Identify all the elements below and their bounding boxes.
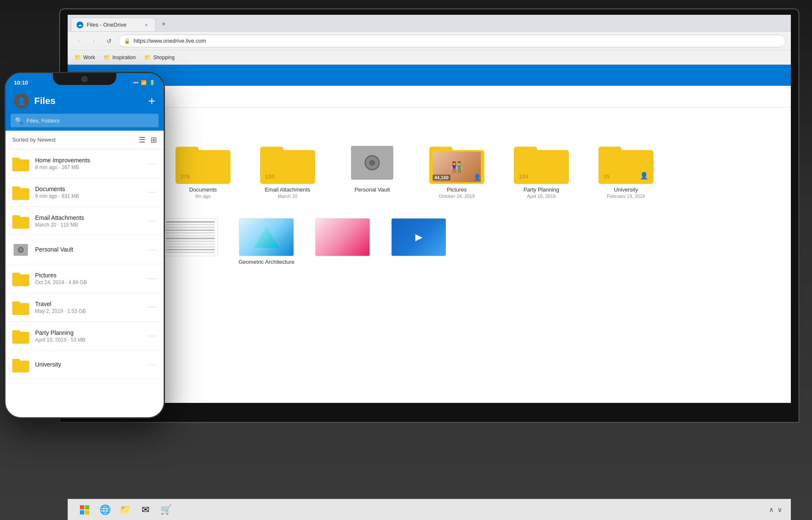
phone-file-more-button[interactable]: ··· <box>148 188 157 197</box>
taskbar-edge-icon[interactable]: 🌐 <box>96 501 113 518</box>
folder-item-documents[interactable]: 376 Documents 9m ago <box>165 138 241 202</box>
phone-search-bar[interactable]: 🔍 Files, Folders <box>11 114 159 127</box>
file-item-blue[interactable]: ▶ <box>385 215 453 268</box>
phone-file-meta: Oct 24, 2019 · 4.89 GB <box>35 279 142 285</box>
phone-search-icon: 🔍 <box>15 117 23 125</box>
svg-rect-0 <box>80 505 84 509</box>
folder-count: 120 <box>265 173 274 180</box>
shared-icon: 👤 <box>474 174 481 181</box>
phone-folder-body <box>12 332 29 344</box>
folder-count: 124 <box>519 173 528 180</box>
phone-body: 10:10 ••• 📶 🔋 👤 Files + 🔍 Files, Folders <box>4 72 165 419</box>
taskbar-mail-icon[interactable]: ✉ <box>137 501 154 518</box>
file-thumbnail-document <box>163 218 218 256</box>
doc-line <box>166 244 215 245</box>
scroll-up-icon[interactable]: ∧ <box>769 506 774 514</box>
phone-file-item-travel[interactable]: Travel May 2, 2019 · 1.53 GB ··· <box>5 293 164 322</box>
phone-file-item-party-planning[interactable]: Party Planning April 15, 2019 · 53 MB ··… <box>5 322 164 350</box>
phone-file-name: Pictures <box>35 272 142 279</box>
bookmark-shopping[interactable]: 📁 Shopping <box>144 54 175 60</box>
folder-count: 44,160 <box>433 175 450 181</box>
phone-file-item-documents[interactable]: Documents 9 min ago · 831 MB ··· <box>5 178 164 207</box>
phone-file-info: University <box>35 361 142 369</box>
folder-name: Pictures <box>447 186 467 193</box>
browser-tab-active[interactable]: Files - OneDrive × <box>71 18 156 31</box>
phone-file-item-email-attachments[interactable]: Email Attachments March 20 · 115 MB ··· <box>5 207 164 235</box>
phone-folder-icon <box>12 357 29 372</box>
address-bar[interactable]: 🔒 https://www.onedrive.live.com <box>118 35 786 47</box>
phone-file-more-button[interactable]: ··· <box>148 331 157 340</box>
phone-file-more-button[interactable]: ··· <box>148 360 157 369</box>
phone-file-item-home-improvements[interactable]: Home Improvements 8 min ago · 267 MB ··· <box>5 149 164 178</box>
folder-item-pictures[interactable]: 👫 44,160 👤 Pictures October 24, 2019 <box>419 138 495 202</box>
folder-item-university[interactable]: 15 👤 University February 19, 2019 <box>588 138 664 202</box>
phone-file-info: Personal Vault <box>35 246 142 254</box>
taskbar-start-icon[interactable] <box>76 501 93 518</box>
phone-file-more-button[interactable]: ··· <box>148 303 157 312</box>
refresh-button[interactable]: ↺ <box>103 35 115 47</box>
doc-line <box>166 249 215 251</box>
taskbar-right-area: ∧ ∨ <box>769 506 782 514</box>
folder-item-personal-vault[interactable]: Personal Vault <box>334 138 410 202</box>
taskbar-store-icon[interactable]: 🛒 <box>157 501 174 518</box>
phone-file-name: Home Improvements <box>35 157 142 164</box>
phone-add-button[interactable]: + <box>148 94 155 108</box>
phone-file-more-button[interactable]: ··· <box>148 159 157 168</box>
file-thumbnail-blue: ▶ <box>391 218 446 256</box>
phone-search-placeholder: Files, Folders <box>27 118 60 124</box>
svg-rect-2 <box>80 510 84 515</box>
doc-line <box>166 221 215 223</box>
doc-thumbnail-content <box>163 219 217 256</box>
phone-app-header: 👤 Files + <box>5 88 164 114</box>
file-item-document[interactable] <box>156 215 224 268</box>
folder-item-email-attachments[interactable]: 120 Email Attachments March 20 <box>250 138 326 202</box>
phone-sort-bar: Sorted by Newest ☰ ⊞ <box>5 131 164 149</box>
folder-body: 120 <box>260 150 315 184</box>
phone-file-meta: 8 min ago · 267 MB <box>35 164 142 170</box>
tab-close-button[interactable]: × <box>143 21 150 29</box>
phone-file-more-button[interactable]: ··· <box>148 245 157 254</box>
vault-dial <box>365 155 380 170</box>
folder-body: 124 <box>514 150 569 184</box>
phone-file-item-pictures[interactable]: Pictures Oct 24, 2019 · 4.89 GB ··· <box>5 264 164 293</box>
doc-line <box>166 227 215 228</box>
bookmark-inspiration[interactable]: 📁 Inspiration <box>104 54 136 60</box>
vault-icon <box>345 142 400 184</box>
phone-file-item-personal-vault[interactable]: Personal Vault ··· <box>5 235 164 264</box>
phone-file-more-button[interactable]: ··· <box>148 274 157 283</box>
bookmark-shopping-icon: 📁 <box>144 54 151 60</box>
folder-count: 15 <box>604 173 609 180</box>
phone-search-area: 🔍 Files, Folders <box>5 114 164 131</box>
forward-button[interactable]: › <box>88 35 100 47</box>
phone-grid-view-icon[interactable]: ⊞ <box>151 135 157 145</box>
phone-list-view-icon[interactable]: ☰ <box>139 135 145 145</box>
folder-grid: 53 Home Improvements 8m ago 376 Document… <box>80 138 778 202</box>
files-grid: Adventure WorksCycling <box>80 215 778 268</box>
lock-icon: 🔒 <box>124 38 130 44</box>
doc-line <box>166 232 215 234</box>
phone-file-more-button[interactable]: ··· <box>148 216 157 225</box>
phone-user-avatar[interactable]: 👤 <box>14 93 29 109</box>
file-item-pink[interactable] <box>309 215 376 268</box>
phone-folder-body <box>12 274 29 286</box>
phone-folder-body <box>12 188 29 200</box>
folder-body: 15 👤 <box>598 150 653 184</box>
folder-item-party-planning[interactable]: 124 Party Planning April 15, 2019 <box>503 138 579 202</box>
bookmark-work[interactable]: 📁 Work <box>74 54 95 60</box>
address-url: https://www.onedrive.live.com <box>134 38 206 44</box>
file-thumbnail-pink <box>315 218 370 256</box>
new-tab-button[interactable]: + <box>157 18 170 30</box>
phone-folder-icon <box>12 300 29 315</box>
scroll-down-icon[interactable]: ∨ <box>777 506 782 514</box>
phone-file-name: Travel <box>35 301 142 307</box>
onedrive-content: Files 53 Home Improvements 8m ago <box>68 108 791 403</box>
file-item-geo[interactable]: Geometric Architecture <box>233 215 300 268</box>
phone-file-name: Party Planning <box>35 329 142 336</box>
onedrive-toolbar: + New ▾ ↑ Upload ▾ <box>68 86 791 108</box>
folder-name: Documents <box>189 186 217 193</box>
tab-favicon <box>77 22 83 28</box>
phone-file-item-university[interactable]: University ··· <box>5 350 164 379</box>
taskbar-explorer-icon[interactable]: 📁 <box>117 501 134 518</box>
phone-status-icons: ••• 📶 🔋 <box>133 80 155 85</box>
back-button[interactable]: ‹ <box>73 35 85 47</box>
